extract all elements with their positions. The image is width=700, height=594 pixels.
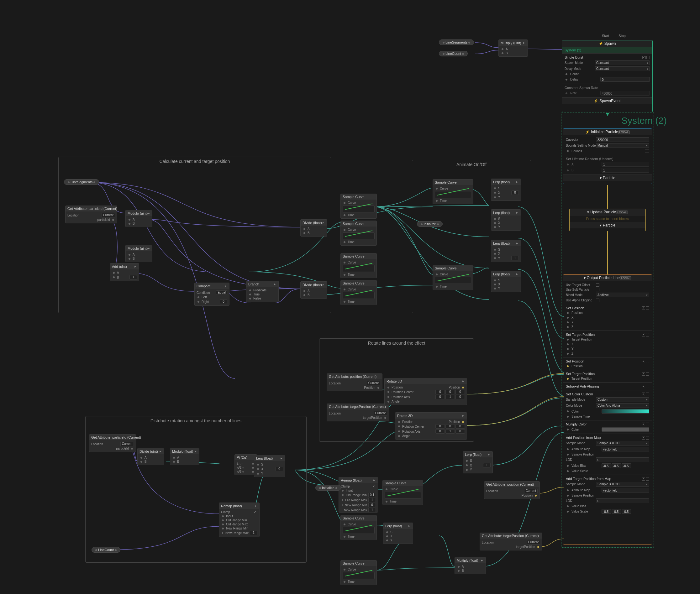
output-context[interactable]: Output Particle LineLOCAL Use Target Off…: [563, 274, 652, 544]
remap-float-2[interactable]: Remap (float)▸ Clamp Input Old Range Min…: [339, 477, 378, 513]
subpixel-title: Subpixel Anti-Aliasing: [566, 385, 599, 388]
linesegments-pill[interactable]: LineSegments: [64, 179, 99, 185]
alpha-label: Use Alpha Clipping: [566, 299, 594, 302]
spawn-context[interactable]: Spawn System (2) Single Burst Spawn Mode…: [562, 40, 653, 112]
remap-float-1[interactable]: Remap (float)▸ Clamp Input Old Range Min…: [219, 502, 260, 537]
pos-y: Y: [571, 321, 600, 324]
multiply-uint-node[interactable]: Multiply (uint)▸ AB: [499, 39, 528, 57]
sample-curve-2[interactable]: Sample CurveCurveTime: [341, 221, 377, 245]
linecount-pill[interactable]: LineCount: [92, 547, 120, 553]
rotate3d-node-1[interactable]: Rotate 3D▸ PositionPosition Rotation Cen…: [384, 378, 467, 405]
blend-select[interactable]: Additive: [596, 293, 649, 297]
uto-label: Use Target Offset: [566, 283, 594, 287]
init-title: Initialize Particle: [591, 130, 618, 134]
get-attr-position-node[interactable]: Get Attribute: position (Current) Locati…: [327, 373, 382, 391]
rotate3d-node-2[interactable]: Rotate 3D▸ PositionPosition Rotation Cen…: [395, 412, 467, 439]
get-attr-position-2[interactable]: Get Attribute: position (Current) Locati…: [484, 481, 540, 499]
spawn-mode-select[interactable]: Constant: [595, 61, 650, 65]
delay-mode-select[interactable]: Constant: [595, 66, 650, 71]
mult-color-gradient[interactable]: [602, 427, 649, 432]
spawn-mode-label: Spawn Mode: [565, 61, 593, 65]
flow-arrow-icon: [606, 113, 609, 116]
flow-link: [607, 185, 608, 209]
attr-map-1[interactable]: vectorfield: [602, 447, 649, 452]
update-title: Update Particle: [590, 210, 616, 214]
lod-value[interactable]: 0: [596, 457, 649, 462]
setpos2-title: Set Position: [566, 359, 584, 363]
get-attr-tpos-2[interactable]: Get Attribute: targetPosition (Current) …: [480, 533, 542, 551]
delay-value[interactable]: 0: [600, 77, 650, 82]
bounds-mode-select[interactable]: Manual: [596, 143, 649, 148]
sample-curve-4[interactable]: Sample CurveCurveTime: [341, 280, 377, 305]
lerp-float-4[interactable]: Lerp (float)▸SXY: [491, 271, 521, 292]
add-uint-node[interactable]: Add (uint)▸ A B1: [110, 263, 139, 281]
delay-label: Delay: [570, 78, 598, 81]
modulo-float-node[interactable]: Modulo (float)▸ AB: [170, 448, 199, 465]
lerp-float-5[interactable]: Lerp (float)▸SX1Y: [463, 451, 493, 473]
lerp-float-2[interactable]: Lerp (float)▸SXY: [491, 209, 521, 231]
rate-label: Rate: [570, 92, 598, 95]
lerp-float-3[interactable]: Lerp (float)▸SXY1: [491, 240, 521, 262]
modulo-uint-node[interactable]: Modulo (uint)▸ AB: [125, 210, 152, 227]
capacity-label: Capacity: [566, 138, 594, 141]
update-context[interactable]: Update ParticleLOCAL Press space to inse…: [569, 209, 646, 231]
linesegments-pill-top[interactable]: LineSegments: [439, 39, 474, 45]
modulo-uint-node-2[interactable]: Modulo (uint)▸ AB: [125, 245, 152, 262]
sample-curve-anim-1[interactable]: Sample CurveCurveTime: [433, 179, 473, 204]
rate-value[interactable]: 430000: [600, 91, 650, 96]
clamp-check-2[interactable]: [372, 485, 376, 488]
compare-node[interactable]: Compare▸ ConditionEqual Left Right0: [194, 283, 229, 306]
attr-map-2[interactable]: vectorfield: [602, 488, 649, 493]
init-footer: Particle: [603, 176, 615, 180]
stop-button[interactable]: Stop: [618, 34, 626, 38]
blend-label: Blend Mode: [566, 293, 594, 297]
sample-mode3[interactable]: Sample 3DLOD: [596, 482, 649, 487]
divide-float-2[interactable]: Divide (float)▸ AB: [300, 281, 327, 299]
lerp-float-1[interactable]: Lerp (float)▸SX0Y: [491, 178, 521, 201]
sample-mode2[interactable]: Sample 3DLOD: [596, 441, 649, 446]
start-button[interactable]: Start: [602, 34, 609, 38]
setcolor-title: Set Color Custom: [566, 392, 593, 396]
lifetime-b-value[interactable]: 1: [602, 168, 649, 173]
color-gradient[interactable]: [602, 409, 649, 414]
lifetime-a-value[interactable]: 1: [602, 162, 649, 167]
clamp-check[interactable]: [253, 510, 257, 514]
branch-node[interactable]: Branch▸ Predicate True False: [246, 281, 279, 302]
sample-curve-6[interactable]: Sample CurveCurveTime: [341, 515, 377, 540]
sample-curve-5[interactable]: Sample CurveCurveTime: [382, 480, 423, 505]
multiply-float-node[interactable]: Multiply (float)▸AB: [454, 557, 486, 574]
linecount-pill-top[interactable]: LineCount: [439, 51, 468, 56]
single-burst-title: Single Burst: [565, 56, 583, 59]
initialize-pill-2[interactable]: Initialize: [315, 485, 341, 491]
delay-mode-label: Delay Mode: [565, 67, 593, 70]
get-attr-particleid-node[interactable]: Get Attribute: particleId (Current) Loca…: [65, 205, 117, 223]
lerp-float-dist[interactable]: Lerp (float)▸ S X0 Y: [254, 455, 285, 477]
tpos-label: Target Position: [571, 338, 600, 341]
divide-uint-node[interactable]: Divide (uint)▸ AB: [137, 448, 164, 465]
sample-curve-7[interactable]: Sample CurveCurveTime: [341, 560, 377, 585]
set-lifetime-title: Set Lifetime Random (Uniform): [566, 157, 613, 161]
setpos-title: Set Position: [566, 306, 584, 310]
lerp-float-6[interactable]: Lerp (float)▸SXY: [383, 523, 413, 544]
sample-mode-select[interactable]: Custom: [596, 397, 649, 402]
count-label: Count: [570, 72, 598, 76]
spawn-title: Spawn: [604, 41, 616, 46]
sample-curve-anim-2[interactable]: Sample CurveCurveTime: [433, 265, 473, 290]
constant-rate-title: Constant Spawn Rate: [565, 86, 598, 90]
sample-curve-3[interactable]: Sample CurveCurveTime: [341, 253, 377, 278]
sample-curve-1[interactable]: Sample CurveCurveTime: [341, 194, 377, 219]
update-footer: Particle: [603, 223, 615, 227]
system-label: System (2): [565, 48, 650, 52]
get-attr-tpos-node[interactable]: Get Attribute: targetPosition (Current) …: [327, 403, 389, 421]
output-badge: LOCAL: [620, 276, 632, 280]
divide-float-1[interactable]: Divide (float)▸ AB: [300, 219, 327, 236]
get-attr-pid-2[interactable]: Get Attribute: particleId (Current) Loca…: [89, 434, 136, 452]
spawn-footer: SpawnEvent: [599, 99, 621, 103]
initialize-pill[interactable]: Initialize: [417, 221, 443, 227]
update-hint: Press space to insert blocks: [586, 217, 629, 221]
color-mode-select[interactable]: Color And Alpha: [596, 403, 649, 408]
capacity-value[interactable]: 320000: [596, 137, 649, 142]
update-badge: LOCAL: [616, 210, 628, 214]
initialize-context[interactable]: Initialize ParticleLOCAL Capacity320000 …: [563, 128, 652, 184]
settpos-title: Set Target Position: [566, 333, 595, 336]
